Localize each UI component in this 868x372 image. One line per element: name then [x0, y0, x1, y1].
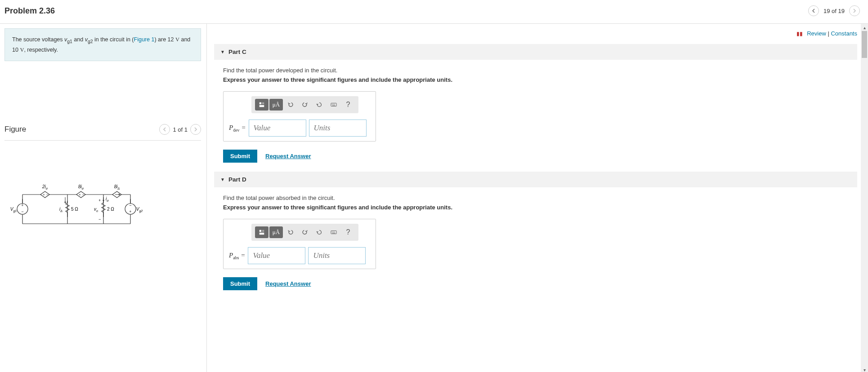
submit-button[interactable]: Submit [223, 277, 257, 290]
svg-text:Vg2: Vg2 [136, 207, 143, 213]
left-panel: The source voltages vg1 and vg2 in the c… [0, 24, 207, 372]
request-answer-link[interactable]: Request Answer [265, 280, 311, 287]
answer-box: μÅ ? Pabs = [223, 219, 376, 269]
template-icon[interactable] [255, 226, 268, 238]
svg-text:+: + [43, 193, 45, 197]
svg-rect-39 [260, 102, 261, 104]
prompt-instructions: Express your answer to three significant… [223, 76, 857, 83]
svg-text:+: + [79, 193, 81, 197]
value-input[interactable] [248, 247, 305, 264]
caret-down-icon: ▼ [220, 177, 225, 182]
svg-text:5 Ω: 5 Ω [71, 207, 78, 212]
redo-icon[interactable] [298, 226, 312, 238]
svg-text:−: − [98, 217, 101, 221]
svg-text:Vg1: Vg1 [10, 207, 17, 213]
figure-link[interactable]: Figure 1 [134, 36, 155, 43]
svg-rect-41 [260, 105, 264, 107]
svg-text:+: + [129, 209, 131, 214]
svg-text:−: − [21, 209, 23, 214]
part-header[interactable]: ▼ Part D [214, 172, 857, 187]
figure-count: 1 of 1 [173, 126, 188, 133]
units-button[interactable]: μÅ [269, 99, 283, 111]
svg-text:8iΔ: 8iΔ [114, 184, 120, 190]
page-header: Problem 2.36 19 of 19 [0, 0, 868, 24]
svg-text:−: − [46, 193, 49, 197]
svg-rect-48 [262, 230, 264, 232]
svg-text:iσ: iσ [106, 196, 109, 202]
svg-text:2 Ω: 2 Ω [107, 207, 114, 212]
reset-icon[interactable] [313, 226, 326, 238]
right-panel: ▮▮ Review | Constants ▼ Part C Find the … [207, 24, 868, 372]
help-button[interactable]: ? [341, 226, 355, 238]
units-input[interactable] [308, 247, 366, 264]
part-label: Part C [228, 49, 246, 55]
next-button[interactable] [849, 5, 860, 16]
svg-text:iΔ: iΔ [59, 207, 63, 213]
variable-label: Pabs = [229, 252, 245, 260]
page-title: Problem 2.36 [4, 6, 808, 16]
circuit-figure: + − − + +− +− 2iσ 8iσ 8iΔ [4, 181, 206, 236]
reset-icon[interactable] [313, 99, 326, 111]
value-input[interactable] [249, 120, 306, 137]
keyboard-icon[interactable] [327, 99, 340, 111]
undo-icon[interactable] [284, 226, 297, 238]
svg-rect-50 [331, 231, 336, 234]
figure-prev-button[interactable] [159, 124, 170, 135]
svg-text:−: − [82, 193, 85, 197]
scroll-up-icon[interactable]: ▴ [861, 24, 868, 31]
svg-rect-47 [260, 230, 261, 232]
template-icon[interactable] [255, 99, 268, 111]
prompt-text: Find the total power developed in the ci… [223, 67, 857, 74]
request-answer-link[interactable]: Request Answer [265, 153, 311, 159]
svg-rect-42 [331, 103, 336, 106]
top-links: ▮▮ Review | Constants [207, 24, 868, 40]
svg-text:+: + [98, 198, 101, 203]
svg-rect-40 [262, 102, 264, 104]
prev-button[interactable] [808, 5, 819, 16]
svg-text:−: − [129, 203, 131, 208]
problem-statement: The source voltages vg1 and vg2 in the c… [4, 28, 201, 61]
figure-header: Figure 1 of 1 [4, 124, 201, 141]
svg-text:vo: vo [94, 207, 98, 213]
undo-icon[interactable] [284, 99, 297, 111]
figure-title: Figure [4, 125, 159, 134]
part-label: Part D [228, 176, 246, 183]
scroll-down-icon[interactable]: ▾ [861, 366, 868, 372]
answer-box: μÅ ? Pdev = [223, 91, 376, 142]
part-header[interactable]: ▼ Part C [214, 44, 857, 60]
figure-next-button[interactable] [190, 124, 201, 135]
answer-toolbar: μÅ ? [251, 224, 358, 241]
review-link[interactable]: Review [807, 30, 826, 37]
units-button[interactable]: μÅ [269, 226, 283, 238]
prompt-text: Find the total power absorbed in the cir… [223, 195, 857, 201]
svg-text:+: + [21, 203, 23, 208]
constants-link[interactable]: Constants [831, 30, 857, 37]
redo-icon[interactable] [298, 99, 312, 111]
answer-toolbar: μÅ ? [251, 96, 358, 113]
scroll-thumb[interactable] [862, 31, 867, 58]
scrollbar[interactable]: ▴ ▾ [861, 24, 868, 372]
help-button[interactable]: ? [341, 99, 355, 111]
page-counter: 19 of 19 [823, 8, 845, 14]
caret-down-icon: ▼ [220, 49, 225, 54]
svg-marker-36 [103, 200, 104, 202]
units-input[interactable] [309, 120, 367, 137]
keyboard-icon[interactable] [327, 226, 340, 238]
submit-button[interactable]: Submit [223, 150, 257, 163]
svg-text:8iσ: 8iσ [78, 184, 84, 190]
svg-text:2iσ: 2iσ [42, 184, 48, 190]
svg-rect-49 [260, 233, 264, 235]
svg-marker-34 [64, 202, 66, 204]
book-icon: ▮▮ [796, 31, 803, 37]
variable-label: Pdev = [229, 124, 246, 133]
prompt-instructions: Express your answer to three significant… [223, 204, 857, 211]
